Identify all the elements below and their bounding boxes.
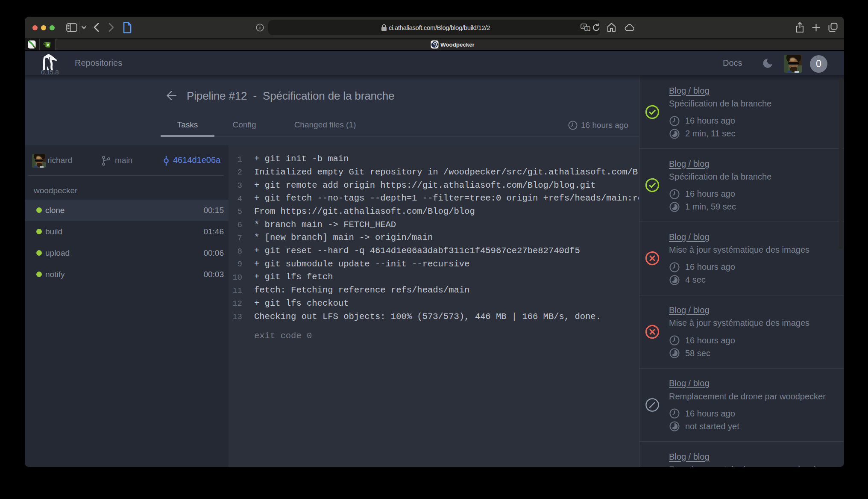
- svg-text:文: 文: [586, 27, 589, 31]
